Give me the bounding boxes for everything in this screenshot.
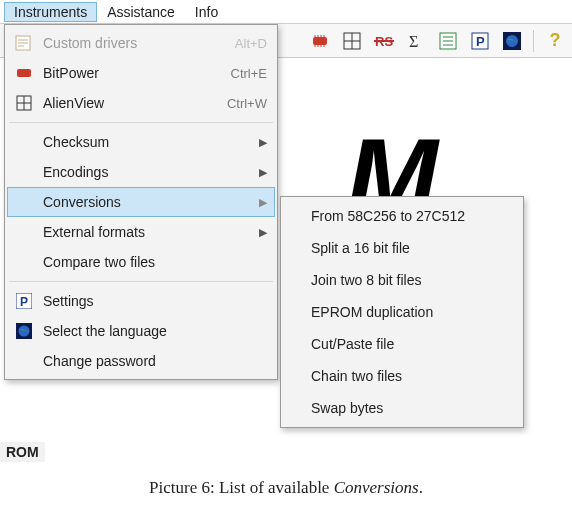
menu-item-label: BitPower [43,65,221,81]
script-icon [13,32,35,54]
menu-item-label: Select the language [43,323,267,339]
menu-item-shortcut: Ctrl+E [231,66,267,81]
svg-rect-1 [313,37,327,45]
submenu-arrow-icon: ▶ [259,166,267,179]
submenu-item-label: Cut/Paste file [311,336,394,352]
menu-conversions[interactable]: Conversions ▶ [7,187,275,217]
menu-change-password[interactable]: Change password [7,346,275,376]
strike-icon[interactable]: RS [373,30,395,52]
globe-icon[interactable] [501,30,523,52]
menubar: Instruments Assistance Info [0,0,572,24]
menu-select-language[interactable]: Select the language [7,316,275,346]
submenu-cut-paste[interactable]: Cut/Paste file [283,328,521,360]
caption-emphasis: Conversions [334,478,419,497]
rom-label: ROM [0,442,45,462]
submenu-item-label: Join two 8 bit files [311,272,422,288]
caption-prefix: Picture 6: List of available [149,478,334,497]
menu-alienview[interactable]: AlienView Ctrl+W [7,88,275,118]
submenu-item-label: Split a 16 bit file [311,240,410,256]
globe-icon [13,320,35,342]
chip-icon[interactable] [309,30,331,52]
menu-item-label: Conversions [43,194,251,210]
submenu-item-label: EPROM duplication [311,304,433,320]
menu-item-label: External formats [43,224,251,240]
submenu-item-label: From 58C256 to 27C512 [311,208,465,224]
menu-external-formats[interactable]: External formats ▶ [7,217,275,247]
grid4-icon [13,92,35,114]
menu-item-label: Change password [43,353,267,369]
submenu-join-8bit[interactable]: Join two 8 bit files [283,264,521,296]
menu-encodings[interactable]: Encodings ▶ [7,157,275,187]
caption-suffix: . [419,478,423,497]
p-box-icon[interactable]: P [469,30,491,52]
svg-text:P: P [476,34,485,49]
figure-caption: Picture 6: List of available Conversions… [0,478,572,498]
submenu-chain-files[interactable]: Chain two files [283,360,521,392]
menu-custom-drivers: Custom drivers Alt+D [7,28,275,58]
grid4-icon[interactable] [341,30,363,52]
submenu-item-label: Swap bytes [311,400,383,416]
menu-compare-files[interactable]: Compare two files [7,247,275,277]
menu-info[interactable]: Info [185,2,228,22]
submenu-swap-bytes[interactable]: Swap bytes [283,392,521,424]
menu-instruments[interactable]: Instruments [4,2,97,22]
submenu-arrow-icon: ▶ [259,196,267,209]
svg-text:Σ: Σ [409,33,418,50]
submenu-item-label: Chain two files [311,368,402,384]
help-icon[interactable]: ? [544,30,566,52]
menu-item-label: Encodings [43,164,251,180]
menu-item-shortcut: Alt+D [235,36,267,51]
submenu-split-16bit[interactable]: Split a 16 bit file [283,232,521,264]
menu-item-label: Compare two files [43,254,267,270]
instruments-dropdown: Custom drivers Alt+D BitPower Ctrl+E Ali… [4,24,278,380]
menu-separator [9,281,273,282]
svg-rect-17 [17,69,31,77]
menu-item-label: Settings [43,293,267,309]
menu-checksum[interactable]: Checksum ▶ [7,127,275,157]
submenu-from-58c256[interactable]: From 58C256 to 27C512 [283,200,521,232]
menu-item-shortcut: Ctrl+W [227,96,267,111]
menu-bitpower[interactable]: BitPower Ctrl+E [7,58,275,88]
submenu-arrow-icon: ▶ [259,136,267,149]
menu-separator [9,122,273,123]
submenu-eprom-dup[interactable]: EPROM duplication [283,296,521,328]
menu-settings[interactable]: P Settings [7,286,275,316]
menu-assistance[interactable]: Assistance [97,2,185,22]
p-box-icon: P [13,290,35,312]
list-green-icon[interactable] [437,30,459,52]
sigma-icon[interactable]: Σ [405,30,427,52]
chip-icon [13,62,35,84]
menu-item-label: Checksum [43,134,251,150]
submenu-arrow-icon: ▶ [259,226,267,239]
menu-item-label: Custom drivers [43,35,225,51]
conversions-submenu: From 58C256 to 27C512 Split a 16 bit fil… [280,196,524,428]
svg-text:P: P [20,295,28,309]
menu-item-label: AlienView [43,95,217,111]
